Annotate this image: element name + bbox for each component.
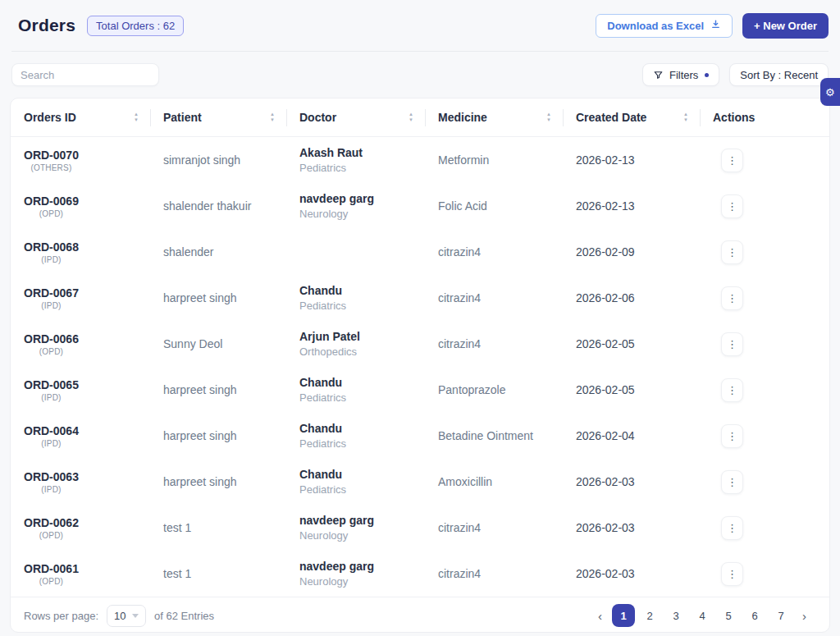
page-button-2[interactable]: 2 <box>638 604 661 627</box>
actions-cell: ⋮ <box>700 275 829 321</box>
created-date-cell: 2026-02-05 <box>563 321 700 367</box>
prev-page-button[interactable]: ‹ <box>591 609 609 623</box>
patient-cell: shalender thakuir <box>150 183 286 229</box>
created-date-cell: 2026-02-13 <box>563 137 700 183</box>
medicine-cell: Metformin <box>425 137 563 183</box>
row-actions-button[interactable]: ⋮ <box>721 240 743 264</box>
created-date-cell: 2026-02-13 <box>563 183 700 229</box>
doctor-name: Arjun Patel <box>299 330 360 343</box>
sort-asc-arrow: ▲ <box>270 112 275 117</box>
order-id-cell: ORD-0070(OTHERS) <box>11 137 150 183</box>
column-header-orders-id[interactable]: Orders ID▲▼ <box>11 98 150 136</box>
column-label: Patient <box>163 111 202 124</box>
page-button-6[interactable]: 6 <box>743 604 766 627</box>
sort-asc-arrow: ▲ <box>409 112 413 117</box>
medicine-cell: Pantoprazole <box>425 367 563 413</box>
patient-name: test 1 <box>163 567 191 580</box>
sort-desc-arrow: ▼ <box>409 118 413 122</box>
sort-asc-arrow: ▲ <box>683 112 688 117</box>
row-actions-button[interactable]: ⋮ <box>721 424 743 448</box>
table-row: ORD-0069(OPD)shalender thakuirnavdeep ga… <box>11 183 829 229</box>
patient-cell: test 1 <box>150 505 286 551</box>
sort-icon[interactable]: ▲▼ <box>683 112 688 122</box>
sort-by-button[interactable]: Sort By : Recent <box>729 63 829 86</box>
sort-desc-arrow: ▼ <box>683 118 688 122</box>
sort-icon[interactable]: ▲▼ <box>409 112 413 122</box>
order-id: ORD-0064 <box>24 424 79 437</box>
actions-cell: ⋮ <box>700 229 829 275</box>
sort-desc-arrow: ▼ <box>270 118 275 122</box>
created-date: 2026-02-09 <box>576 245 635 259</box>
row-actions-button[interactable]: ⋮ <box>721 470 743 494</box>
patient-name: Sunny Deol <box>163 337 222 350</box>
medicine-cell: citrazin4 <box>425 321 563 367</box>
column-label: Orders ID <box>24 111 76 124</box>
column-header-doctor[interactable]: Doctor▲▼ <box>286 98 425 136</box>
row-actions-button[interactable]: ⋮ <box>721 286 743 310</box>
patient-cell: shalender <box>150 229 286 275</box>
column-header-medicine[interactable]: Medicine▲▼ <box>425 98 563 136</box>
sort-icon[interactable]: ▲▼ <box>270 112 275 122</box>
filters-button[interactable]: Filters <box>642 63 719 86</box>
pagination: ‹1234567› <box>591 604 813 627</box>
created-date: 2026-02-13 <box>576 153 635 167</box>
filter-funnel-icon <box>653 70 664 80</box>
created-date: 2026-02-04 <box>576 429 635 442</box>
doctor-cell <box>286 229 425 275</box>
orders-table-card: Orders ID▲▼Patient▲▼Doctor▲▼Medicine▲▼Cr… <box>10 98 830 633</box>
medicine-name: citrazin4 <box>438 337 481 350</box>
table-row: ORD-0070(OTHERS)simranjot singhAkash Rau… <box>11 137 829 183</box>
sort-asc-arrow: ▲ <box>546 112 551 117</box>
medicine-name: Pantoprazole <box>438 383 506 396</box>
table-row: ORD-0068(IPD)shalendercitrazin42026-02-0… <box>11 229 829 275</box>
order-id-cell: ORD-0068(IPD) <box>11 229 150 275</box>
doctor-specialty: Pediatrics <box>299 300 346 312</box>
doctor-specialty: Orthopedics <box>299 345 360 358</box>
filters-active-dot <box>705 73 709 77</box>
rows-per-page-select[interactable]: 10 <box>107 605 146 627</box>
medicine-name: Betadine Ointment <box>438 429 533 442</box>
row-actions-button[interactable]: ⋮ <box>721 516 743 540</box>
row-actions-button[interactable]: ⋮ <box>721 194 743 218</box>
next-page-button[interactable]: › <box>796 609 813 623</box>
page-button-7[interactable]: 7 <box>769 604 792 627</box>
download-excel-button[interactable]: Download as Excel <box>596 14 733 38</box>
table-footer: Rows per page: 10 of 62 Entries ‹1234567… <box>11 597 829 633</box>
row-actions-button[interactable]: ⋮ <box>721 149 743 172</box>
column-header-actions: Actions <box>700 98 829 136</box>
patient-cell: harpreet singh <box>150 367 286 413</box>
new-order-button[interactable]: + New Order <box>742 13 829 39</box>
table-row: ORD-0065(IPD)harpreet singhChanduPediatr… <box>11 367 829 413</box>
sort-icon[interactable]: ▲▼ <box>134 112 139 122</box>
column-header-created-date[interactable]: Created Date▲▼ <box>563 98 700 136</box>
doctor-name: Chandu <box>299 376 346 389</box>
doctor-name: navdeep garg <box>299 514 374 527</box>
doctor-cell: ChanduPediatrics <box>286 413 425 459</box>
order-type-badge: (OPD) <box>39 209 63 218</box>
patient-name: simranjot singh <box>163 153 240 167</box>
order-id: ORD-0061 <box>24 562 79 575</box>
page-button-4[interactable]: 4 <box>691 604 714 627</box>
order-id-cell: ORD-0063(IPD) <box>11 459 150 505</box>
row-actions-button[interactable]: ⋮ <box>721 378 743 402</box>
order-type-badge: (IPD) <box>41 255 61 264</box>
rows-per-page-label: Rows per page: <box>24 610 98 622</box>
column-header-patient[interactable]: Patient▲▼ <box>150 98 286 136</box>
row-actions-button[interactable]: ⋮ <box>721 562 743 586</box>
row-actions-button[interactable]: ⋮ <box>721 332 743 356</box>
page-button-3[interactable]: 3 <box>664 604 687 627</box>
order-type-badge: (OPD) <box>39 577 63 586</box>
page-button-5[interactable]: 5 <box>717 604 740 627</box>
medicine-name: Amoxicillin <box>438 475 492 488</box>
page-button-1[interactable]: 1 <box>612 604 635 627</box>
medicine-cell: citrazin4 <box>425 505 563 551</box>
search-input[interactable] <box>11 63 159 86</box>
doctor-cell: navdeep gargNeurology <box>286 183 425 229</box>
sort-icon[interactable]: ▲▼ <box>546 112 551 122</box>
order-id-cell: ORD-0069(OPD) <box>11 183 150 229</box>
patient-cell: Sunny Deol <box>150 321 286 367</box>
download-excel-label: Download as Excel <box>607 20 704 32</box>
table-row: ORD-0066(OPD)Sunny DeolArjun PatelOrthop… <box>11 321 829 367</box>
order-id: ORD-0068 <box>24 240 79 254</box>
doctor-cell: navdeep gargNeurology <box>286 505 425 551</box>
